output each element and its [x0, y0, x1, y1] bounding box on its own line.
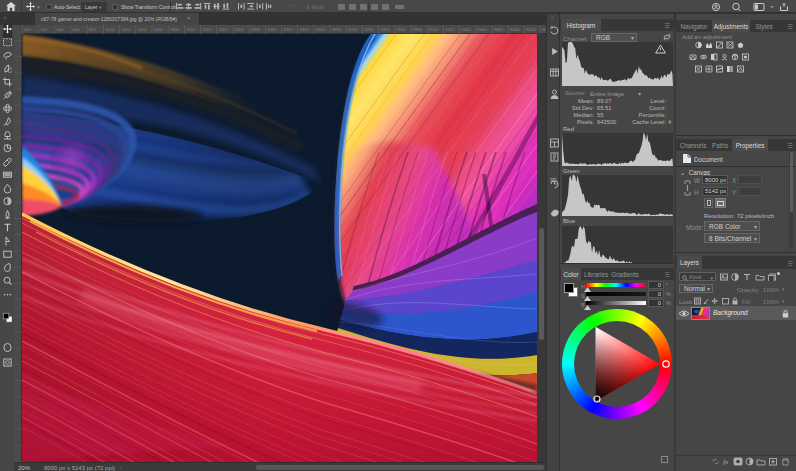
svg-text:1800: 1800 [170, 27, 180, 32]
svg-text:1000: 1000 [105, 27, 115, 32]
svg-text:2800: 2800 [251, 27, 261, 32]
svg-text:4800: 4800 [413, 27, 423, 32]
svg-text:2400: 2400 [218, 27, 228, 32]
svg-text:6200: 6200 [526, 27, 536, 32]
svg-text:3800: 3800 [332, 27, 342, 32]
svg-text:5000: 5000 [429, 27, 439, 32]
svg-text:3D: 3D [550, 177, 557, 183]
svg-text:5800: 5800 [494, 27, 504, 32]
svg-text:4600: 4600 [397, 27, 407, 32]
svg-text:3200: 3200 [283, 27, 293, 32]
svg-text:2600: 2600 [235, 27, 245, 32]
svg-text:fx: fx [723, 458, 729, 466]
svg-text:600: 600 [73, 27, 81, 32]
svg-text:5200: 5200 [445, 27, 455, 32]
svg-text:200: 200 [40, 27, 48, 32]
svg-text:1600: 1600 [154, 27, 164, 32]
svg-text:3000: 3000 [267, 27, 277, 32]
svg-text:800: 800 [89, 27, 97, 32]
svg-text:4000: 4000 [348, 27, 358, 32]
svg-text:2200: 2200 [202, 27, 212, 32]
svg-text:4200: 4200 [364, 27, 374, 32]
svg-text:1200: 1200 [121, 27, 131, 32]
svg-text:5600: 5600 [478, 27, 488, 32]
svg-text:000: 000 [24, 27, 32, 32]
svg-text:5400: 5400 [461, 27, 471, 32]
svg-text:3600: 3600 [316, 27, 326, 32]
svg-text:1400: 1400 [137, 27, 147, 32]
svg-text:6000: 6000 [510, 27, 520, 32]
svg-text:2000: 2000 [186, 27, 196, 32]
svg-text:4400: 4400 [380, 27, 390, 32]
svg-text:400: 400 [56, 27, 64, 32]
svg-text:3400: 3400 [299, 27, 309, 32]
